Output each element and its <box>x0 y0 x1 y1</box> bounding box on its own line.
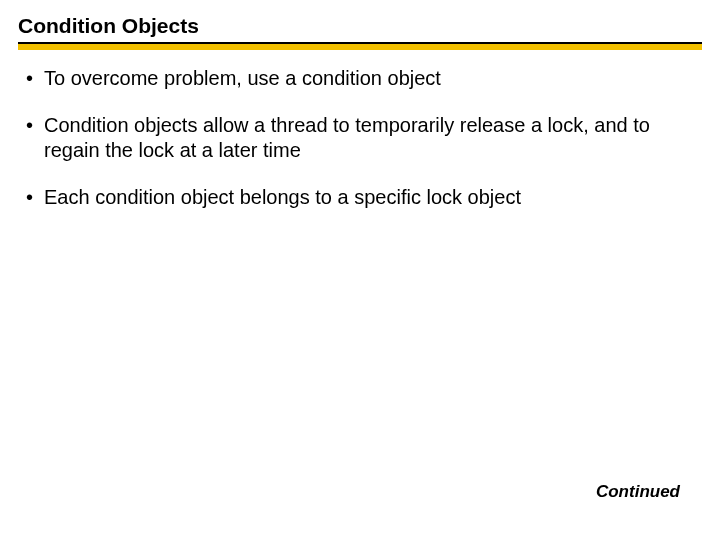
bullet-list: To overcome problem, use a condition obj… <box>24 66 696 210</box>
list-item: To overcome problem, use a condition obj… <box>24 66 696 91</box>
list-item: Condition objects allow a thread to temp… <box>24 113 696 163</box>
slide-title: Condition Objects <box>18 14 702 44</box>
continued-label: Continued <box>596 482 680 502</box>
list-item: Each condition object belongs to a speci… <box>24 185 696 210</box>
slide: Condition Objects To overcome problem, u… <box>0 0 720 540</box>
slide-body: To overcome problem, use a condition obj… <box>18 50 702 210</box>
